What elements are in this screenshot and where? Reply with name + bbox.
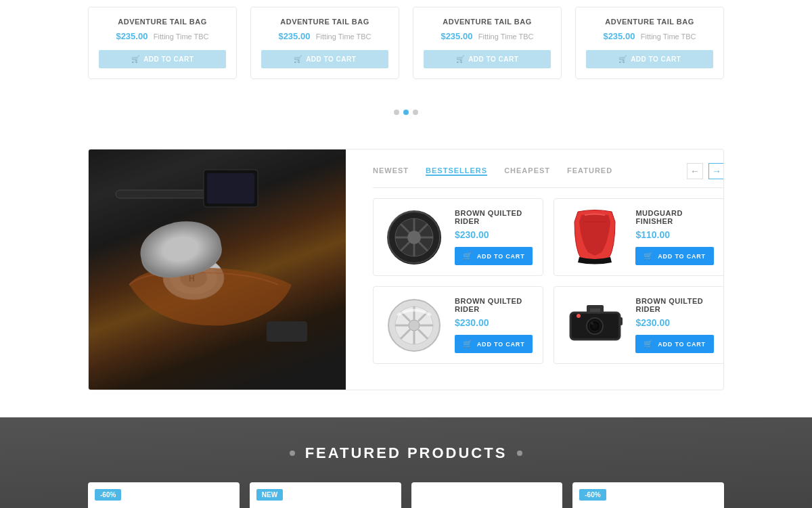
product-2-name: MUDGUARD FINISHER [635,209,713,225]
tab-next-button[interactable]: → [708,163,724,179]
product-card-4: BROWN QUILTED RIDER $230.00 🛒 ADD TO CAR… [554,286,724,364]
top-card-3-add-to-cart[interactable]: 🛒 ADD TO CART [424,50,551,68]
product-2-price: $110.00 [635,229,713,240]
product-1-info: BROWN QUILTED RIDER $230.00 🛒 ADD TO CAR… [455,209,533,265]
top-card-2: ADVENTURE TAIL BAG $235.00 Fitting Time … [250,7,399,79]
product-2-add-to-cart[interactable]: 🛒 ADD TO CART [635,247,713,265]
top-card-1-title: ADVENTURE TAIL BAG [99,18,226,26]
product-1-price: $230.00 [455,229,533,240]
top-card-2-add-to-cart[interactable]: 🛒 ADD TO CART [261,50,388,68]
product-3-info: BROWN QUILTED RIDER $230.00 🛒 ADD TO CAR… [455,297,533,353]
top-card-4-add-to-cart[interactable]: 🛒 ADD TO CART [586,50,713,68]
featured-card-4: -60% [572,482,724,508]
top-card-1-add-to-cart[interactable]: 🛒 ADD TO CART [99,50,226,68]
top-card-4-title: ADVENTURE TAIL BAG [586,18,713,26]
top-card-4-fitting: Fitting Time TBC [641,32,696,41]
featured-section: FEATURED PRODUCTS -60% NEW -60% [0,417,812,508]
wheel-silver-svg [387,298,441,352]
product-2-info: MUDGUARD FINISHER $110.00 🛒 ADD TO CART [635,209,713,265]
featured-card-2: NEW [250,482,401,508]
svg-point-35 [591,322,593,325]
top-card-1-price: $235.00 [116,31,148,41]
featured-products-title: FEATURED PRODUCTS [305,444,508,462]
product-2-image-wrap [564,210,625,264]
product-card-3: BROWN QUILTED RIDER $230.00 🛒 ADD TO CAR… [373,286,543,364]
cart-icon-2: 🛒 [644,252,654,260]
tab-navigation: ← → [687,163,724,179]
product-1-add-to-cart[interactable]: 🛒 ADD TO CART [455,247,533,265]
seat-svg [571,208,618,266]
right-content: NEWEST BESTSELLERS CHEAPEST FEATURED ← → [359,149,724,390]
product-1-wheel-dark [387,210,441,264]
featured-dot-left [290,451,295,456]
product-4-info: BROWN QUILTED RIDER $230.00 🛒 ADD TO CAR… [635,297,713,353]
moto-svg: H [89,149,346,390]
top-card-4: ADVENTURE TAIL BAG $235.00 Fitting Time … [575,7,724,79]
cart-icon-1: 🛒 [463,252,473,260]
dot-3[interactable] [413,110,418,115]
cart-icon: 🛒 [618,55,627,63]
featured-card-4-badge: -60% [579,489,606,501]
svg-rect-36 [619,317,623,325]
tab-bestsellers[interactable]: BESTSELLERS [426,166,487,176]
featured-cards-row: -60% NEW -60% [88,482,724,508]
product-4-image-wrap [564,298,625,352]
top-card-3-title: ADVENTURE TAIL BAG [424,18,551,26]
product-card-1: BROWN QUILTED RIDER $230.00 🛒 ADD TO CAR… [373,198,543,276]
top-card-1: ADVENTURE TAIL BAG $235.00 Fitting Time … [88,7,237,79]
tab-newest[interactable]: NEWEST [373,166,409,176]
product-3-image-wrap [384,298,445,352]
cart-icon: 🛒 [131,55,140,63]
product-3-name: BROWN QUILTED RIDER [455,297,533,313]
top-card-3-fitting: Fitting Time TBC [478,32,534,41]
product-tabs: NEWEST BESTSELLERS CHEAPEST FEATURED ← → [373,163,724,188]
dot-1[interactable] [394,110,399,115]
featured-card-1: -60% [88,482,240,508]
svg-point-21 [409,320,420,331]
product-3-add-to-cart[interactable]: 🛒 ADD TO CART [455,335,533,353]
tab-cheapest[interactable]: CHEAPEST [504,166,550,176]
top-card-1-fitting: Fitting Time TBC [154,32,209,41]
featured-card-3 [411,482,563,508]
top-card-2-title: ADVENTURE TAIL BAG [261,18,388,26]
featured-title-area: FEATURED PRODUCTS [88,444,724,462]
cart-icon-4: 🛒 [644,340,654,348]
carousel-dots [0,99,812,135]
product-1-name: BROWN QUILTED RIDER [455,209,533,225]
product-grid: BROWN QUILTED RIDER $230.00 🛒 ADD TO CAR… [373,198,724,364]
svg-rect-3 [207,173,254,204]
featured-card-2-badge: NEW [256,489,283,501]
wheel-dark-svg [387,210,441,264]
top-card-4-price: $235.00 [603,31,635,41]
dot-2[interactable] [403,110,409,115]
product-card-2: MUDGUARD FINISHER $110.00 🛒 ADD TO CART [554,198,724,276]
product-4-name: BROWN QUILTED RIDER [635,297,713,313]
product-4-add-to-cart[interactable]: 🛒 ADD TO CART [635,335,713,353]
top-card-2-fitting: Fitting Time TBC [316,32,371,41]
top-card-2-price: $235.00 [278,31,310,41]
moto-photo: H [89,149,346,390]
product-4-price: $230.00 [635,317,713,328]
top-product-strip: ADVENTURE TAIL BAG $235.00 Fitting Time … [0,0,812,99]
svg-point-37 [577,314,581,318]
motorcycle-image: H [89,149,346,390]
cart-icon: 🛒 [294,55,302,63]
middle-section: H NEWEST BESTSELLERS CHEAPEST FEATURED ←… [0,135,812,417]
top-card-3-price: $235.00 [441,31,472,41]
tab-featured[interactable]: FEATURED [567,166,612,176]
top-card-3: ADVENTURE TAIL BAG $235.00 Fitting Time … [413,7,562,79]
tab-prev-button[interactable]: ← [687,163,703,179]
dashcam-svg [566,305,624,346]
svg-rect-39 [590,308,600,312]
featured-dot-right [517,451,522,456]
featured-card-1-badge: -60% [95,489,121,501]
svg-point-10 [409,232,420,243]
cart-icon-3: 🛒 [463,340,473,348]
product-1-image-wrap [384,210,445,264]
middle-inner: H NEWEST BESTSELLERS CHEAPEST FEATURED ←… [88,149,724,390]
cart-icon: 🛒 [456,55,465,63]
product-3-price: $230.00 [455,317,533,328]
